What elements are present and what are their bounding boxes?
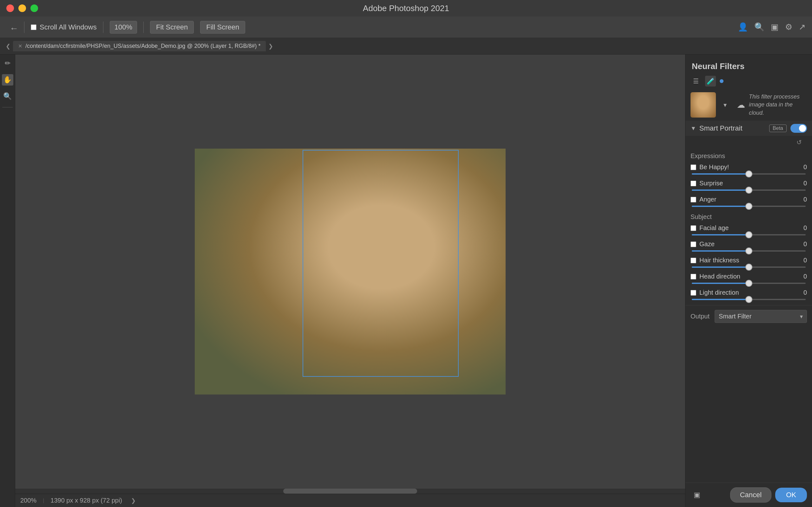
reset-button[interactable]: ↺ [797,138,802,146]
fit-screen-button[interactable]: Fit Screen [150,21,194,34]
light-direction-fill [692,299,749,300]
main-area: ✏ ✋ 🔍 200% | 1390 px x 928 px (72 ppi) ❯ [0,55,812,507]
light-direction-track[interactable] [692,299,806,300]
be-happy-slider-row: Be Happy! 0 [686,161,812,177]
filter-preview-thumbnail [691,92,716,118]
hair-thickness-thumb[interactable] [745,264,752,271]
head-direction-value: 0 [798,273,807,280]
be-happy-value: 0 [798,164,807,171]
close-window-button[interactable] [6,4,14,12]
anger-thumb[interactable] [745,203,752,210]
beta-badge: Beta [769,124,786,132]
scroll-all-windows-label: Scroll All Windows [40,23,97,32]
fill-screen-button[interactable]: Fill Screen [200,21,245,34]
filter-thumb-face-img [691,92,716,118]
search-icon[interactable]: 🔍 [754,22,764,32]
image-dimensions: 1390 px x 928 px (72 ppi) [50,497,122,504]
gaze-slider-row: Gaze 0 [686,238,812,254]
zoom-level: 200% [20,497,37,504]
share-icon[interactable]: ↗ [799,22,806,32]
smart-portrait-section-header[interactable]: ▼ Smart Portrait Beta [686,121,812,136]
back-button[interactable]: ← [6,21,18,33]
toolbar-right-icons: 👤 🔍 ▣ ⚙ ↗ [738,22,806,32]
facial-age-label: Facial age [699,224,794,232]
head-direction-header: Head direction 0 [691,273,807,280]
light-direction-thumb[interactable] [745,296,752,303]
horizontal-scrollbar[interactable] [15,489,685,494]
panel-compare-button[interactable]: ▣ [691,489,703,501]
maximize-window-button[interactable] [31,4,38,12]
gaze-thumb[interactable] [745,247,752,255]
surprise-header: Surprise 0 [691,180,807,187]
anger-track[interactable] [692,206,806,207]
section-chevron-icon: ▼ [691,125,696,132]
status-expand-icon[interactable]: ❯ [129,497,138,504]
filter-list-icon[interactable]: ☰ [691,76,701,87]
thumbnail-dropdown-button[interactable]: ▾ [720,100,730,110]
canvas-area: 200% | 1390 px x 928 px (72 ppi) ❯ [15,55,685,507]
toolbar-divider-3 [143,21,144,33]
subject-label: Subject [686,210,812,222]
tab-right-expand-icon[interactable]: ❯ [266,43,275,50]
smart-portrait-title: Smart Portrait [699,124,769,132]
hand-tool[interactable]: ✋ [2,74,13,86]
canvas-scroll-area[interactable] [15,55,685,489]
facial-age-thumb[interactable] [745,231,752,238]
be-happy-track[interactable] [692,173,806,175]
ok-button[interactable]: OK [775,488,807,502]
anger-checkbox[interactable] [691,197,696,203]
filter-lab-icon[interactable]: 🧪 [705,76,716,87]
panel-content: ☰ 🧪 ▾ ☁ This filter processes image data… [686,74,812,483]
user-icon[interactable]: 👤 [738,22,748,32]
scroll-all-windows-checkbox-label[interactable]: Scroll All Windows [31,23,97,32]
head-direction-track[interactable] [692,283,806,284]
tab-label: /content/dam/ccfirstmile/PHSP/en_US/asse… [26,43,261,49]
scrollbar-thumb[interactable] [283,489,417,494]
surprise-fill [692,189,749,191]
light-direction-header: Light direction 0 [691,289,807,296]
face-background [195,149,506,395]
window-icon[interactable]: ▣ [771,22,779,32]
facial-age-track[interactable] [692,234,806,235]
canvas-wrapper [195,149,506,395]
document-tab[interactable]: ✕ /content/dam/ccfirstmile/PHSP/en_US/as… [13,41,266,51]
gaze-value: 0 [798,240,807,248]
zoom-tool[interactable]: 🔍 [2,91,13,102]
gaze-checkbox[interactable] [691,241,696,247]
title-bar: Adobe Photoshop 2021 [0,0,812,16]
smart-portrait-toggle[interactable] [791,124,807,133]
output-select-value: Smart Filter [719,313,751,320]
be-happy-fill [692,173,749,175]
be-happy-label: Be Happy! [699,164,794,171]
cancel-button[interactable]: Cancel [730,487,771,503]
gaze-track[interactable] [692,250,806,251]
tab-expand-icon[interactable]: ❮ [3,43,13,50]
hair-thickness-checkbox[interactable] [691,258,696,263]
surprise-thumb[interactable] [745,187,752,193]
pencil-tool[interactable]: ✏ [2,58,13,69]
anger-fill [692,206,749,207]
output-row: Output Smart Filter ▾ [686,305,812,327]
be-happy-checkbox[interactable] [691,164,696,170]
surprise-checkbox[interactable] [691,181,696,186]
hair-thickness-value: 0 [798,257,807,264]
scroll-all-windows-checkbox[interactable] [31,24,37,30]
anger-header: Anger 0 [691,196,807,203]
output-select-arrow-icon: ▾ [800,313,803,320]
be-happy-thumb[interactable] [745,170,752,177]
minimize-window-button[interactable] [18,4,26,12]
head-direction-checkbox[interactable] [691,274,696,279]
hair-thickness-track[interactable] [692,267,806,268]
panel-active-indicator [720,79,723,83]
traffic-lights [6,4,38,12]
head-direction-thumb[interactable] [745,280,752,287]
toolbar: ← Scroll All Windows 100% Fit Screen Fil… [0,16,812,38]
surprise-track[interactable] [692,189,806,191]
facial-age-checkbox[interactable] [691,225,696,231]
light-direction-checkbox[interactable] [691,290,696,296]
output-select[interactable]: Smart Filter ▾ [715,310,807,323]
gaze-label: Gaze [699,240,794,248]
settings-icon[interactable]: ⚙ [785,22,792,32]
tab-close-icon[interactable]: ✕ [18,43,22,49]
output-label: Output [691,313,710,320]
